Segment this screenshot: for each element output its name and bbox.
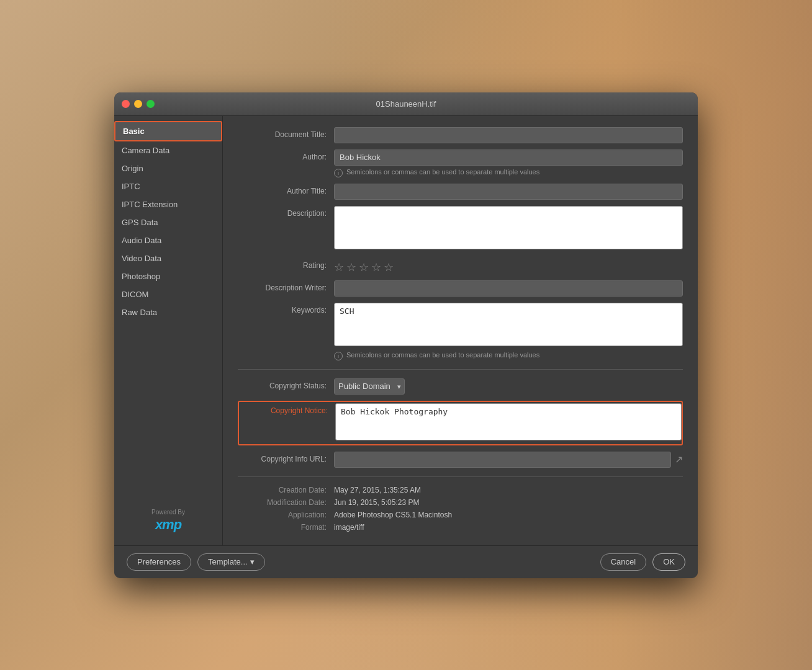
author-row: Author: i Semicolons or commas can be us… xyxy=(238,150,683,177)
application-value: Adobe Photoshop CS5.1 Macintosh xyxy=(334,511,452,519)
sidebar-item-gps-data[interactable]: GPS Data xyxy=(114,213,222,231)
format-value: image/tiff xyxy=(334,523,364,532)
divider-1 xyxy=(238,369,683,370)
description-writer-value xyxy=(334,280,683,297)
creation-date-row: Creation Date: May 27, 2015, 1:35:25 AM xyxy=(238,486,683,494)
keywords-hint-row: i Semicolons or commas can be used to se… xyxy=(334,351,683,360)
main-dialog: 01ShauneenH.tif Basic Camera Data Origin… xyxy=(114,92,698,578)
copyright-url-input[interactable] xyxy=(334,452,671,468)
ok-button[interactable]: OK xyxy=(652,553,685,571)
star-2[interactable]: ☆ xyxy=(346,261,356,274)
sidebar-item-audio-data[interactable]: Audio Data xyxy=(114,231,222,249)
title-bar: 01ShauneenH.tif xyxy=(114,92,698,116)
modification-date-label: Modification Date: xyxy=(238,498,334,507)
sidebar: Basic Camera Data Origin IPTC IPTC Exten… xyxy=(114,116,223,545)
sidebar-item-iptc[interactable]: IPTC xyxy=(114,177,222,195)
star-3[interactable]: ☆ xyxy=(359,261,369,274)
sidebar-item-basic[interactable]: Basic xyxy=(114,121,222,141)
rating-label: Rating: xyxy=(238,258,334,270)
sidebar-footer: Powered By xmp xyxy=(114,501,222,540)
description-writer-row: Description Writer: xyxy=(238,280,683,297)
keywords-label: Keywords: xyxy=(238,303,334,315)
xmp-logo: xmp xyxy=(155,517,181,533)
rating-row: Rating: ☆ ☆ ☆ ☆ ☆ xyxy=(238,258,683,274)
copyright-notice-textarea[interactable]: Bob Hickok Photography xyxy=(335,403,682,440)
copyright-status-row: Copyright Status: Copyrighted Public Dom… xyxy=(238,378,683,395)
sidebar-item-camera-data[interactable]: Camera Data xyxy=(114,141,222,159)
content-area: Document Title: Author: i Semicolons or … xyxy=(223,116,698,545)
sidebar-items: Basic Camera Data Origin IPTC IPTC Exten… xyxy=(114,121,222,501)
bottom-bar: Preferences Template... ▾ Cancel OK xyxy=(114,545,698,578)
keywords-textarea[interactable]: SCH xyxy=(334,303,683,346)
template-chevron-icon: ▾ xyxy=(250,557,255,566)
modification-date-value: Jun 19, 2015, 5:05:23 PM xyxy=(334,498,419,507)
copyright-url-row: Copyright Info URL: ↗ xyxy=(238,452,683,468)
author-input[interactable] xyxy=(334,150,683,166)
description-value xyxy=(334,206,683,252)
powered-by-label: Powered By xyxy=(151,509,185,516)
star-1[interactable]: ☆ xyxy=(334,261,344,274)
author-title-row: Author Title: xyxy=(238,184,683,200)
star-4[interactable]: ☆ xyxy=(371,261,381,274)
author-hint-icon: i xyxy=(334,169,343,177)
creation-date-label: Creation Date: xyxy=(238,486,334,494)
modification-date-row: Modification Date: Jun 19, 2015, 5:05:23… xyxy=(238,498,683,507)
copyright-url-label: Copyright Info URL: xyxy=(238,452,334,463)
sidebar-item-photoshop[interactable]: Photoshop xyxy=(114,267,222,285)
keywords-hint-icon: i xyxy=(334,352,343,360)
url-input-row: ↗ xyxy=(334,452,683,468)
application-label: Application: xyxy=(238,511,334,519)
description-textarea[interactable] xyxy=(334,206,683,249)
sidebar-item-video-data[interactable]: Video Data xyxy=(114,249,222,267)
description-label: Description: xyxy=(238,206,334,218)
author-title-label: Author Title: xyxy=(238,184,334,195)
author-hint-text: Semicolons or commas can be used to sepa… xyxy=(346,168,539,176)
window-title: 01ShauneenH.tif xyxy=(376,99,436,109)
copyright-status-label: Copyright Status: xyxy=(238,378,334,390)
copyright-status-select[interactable]: Copyrighted Public Domain Unknown xyxy=(334,378,405,395)
document-title-value xyxy=(334,127,683,143)
document-title-input[interactable] xyxy=(334,127,683,143)
author-value: i Semicolons or commas can be used to se… xyxy=(334,150,683,177)
format-row: Format: image/tiff xyxy=(238,523,683,532)
copyright-status-select-wrapper: Copyrighted Public Domain Unknown xyxy=(334,378,405,395)
format-label: Format: xyxy=(238,523,334,532)
preferences-button[interactable]: Preferences xyxy=(127,553,191,571)
template-button[interactable]: Template... ▾ xyxy=(197,553,265,571)
author-title-input[interactable] xyxy=(334,184,683,200)
cancel-button[interactable]: Cancel xyxy=(600,553,646,571)
description-row: Description: xyxy=(238,206,683,252)
copyright-url-value: ↗ xyxy=(334,452,683,468)
copyright-notice-row: Copyright Notice: Bob Hickok Photography xyxy=(238,401,683,445)
dialog-body: Basic Camera Data Origin IPTC IPTC Exten… xyxy=(114,116,698,545)
copyright-status-value: Copyrighted Public Domain Unknown xyxy=(334,378,683,395)
keywords-hint-text: Semicolons or commas can be used to sepa… xyxy=(346,351,539,359)
keywords-value: SCH i Semicolons or commas can be used t… xyxy=(334,303,683,360)
close-button[interactable] xyxy=(122,100,130,108)
document-title-row: Document Title: xyxy=(238,127,683,143)
sidebar-item-dicom[interactable]: DICOM xyxy=(114,285,222,303)
window-controls xyxy=(122,100,155,108)
author-label: Author: xyxy=(238,150,334,161)
keywords-row: Keywords: SCH i Semicolons or commas can… xyxy=(238,303,683,360)
rating-stars[interactable]: ☆ ☆ ☆ ☆ ☆ xyxy=(334,258,394,274)
maximize-button[interactable] xyxy=(147,100,155,108)
author-title-value xyxy=(334,184,683,200)
document-title-label: Document Title: xyxy=(238,127,334,139)
sidebar-item-raw-data[interactable]: Raw Data xyxy=(114,303,222,321)
url-navigate-icon[interactable]: ↗ xyxy=(675,453,683,465)
sidebar-item-origin[interactable]: Origin xyxy=(114,159,222,177)
description-writer-input[interactable] xyxy=(334,280,683,297)
creation-date-value: May 27, 2015, 1:35:25 AM xyxy=(334,486,421,494)
divider-2 xyxy=(238,476,683,477)
copyright-notice-label: Copyright Notice: xyxy=(239,403,335,415)
copyright-notice-value: Bob Hickok Photography xyxy=(335,403,682,443)
sidebar-item-iptc-extension[interactable]: IPTC Extension xyxy=(114,195,222,213)
minimize-button[interactable] xyxy=(134,100,142,108)
application-row: Application: Adobe Photoshop CS5.1 Macin… xyxy=(238,511,683,519)
star-5[interactable]: ☆ xyxy=(384,261,394,274)
author-hint-row: i Semicolons or commas can be used to se… xyxy=(334,168,683,177)
description-writer-label: Description Writer: xyxy=(238,280,334,292)
